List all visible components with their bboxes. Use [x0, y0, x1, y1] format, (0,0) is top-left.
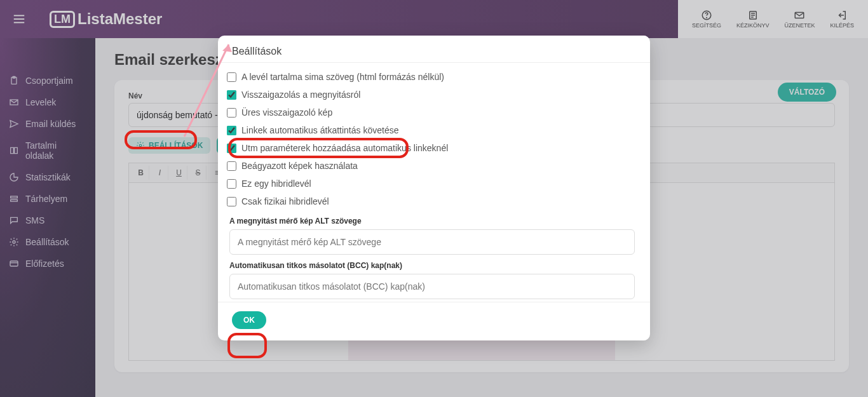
alt-text-input[interactable] — [229, 229, 635, 255]
modal-checkbox-row[interactable]: Ez egy hibridlevél — [224, 175, 639, 192]
checkbox[interactable] — [227, 179, 236, 189]
modal-checkbox-row[interactable]: Utm paraméterek hozzáadása automatikus l… — [224, 139, 639, 157]
checkbox[interactable] — [227, 126, 236, 135]
checkbox-label: Beágyazott képek használata — [241, 161, 358, 171]
checkbox[interactable] — [227, 90, 236, 100]
checkbox-label: A levél tartalma sima szöveg (html formá… — [241, 72, 444, 82]
modal-body: A levél tartalma sima szöveg (html formá… — [218, 63, 650, 302]
bcc-input[interactable] — [229, 274, 635, 299]
modal-title: Beállítások — [218, 36, 650, 63]
modal-checkbox-row[interactable]: Visszaigazolás a megnyitásról — [224, 86, 639, 104]
modal-checkbox-row[interactable]: Linkek automatikus átkattintás követése — [224, 121, 639, 139]
alt-text-label: A megnyitást mérő kép ALT szövege — [229, 217, 639, 225]
settings-modal: Beállítások A levél tartalma sima szöveg… — [218, 36, 650, 340]
checkbox-label: Csak fizikai hibridlevél — [241, 196, 329, 206]
bcc-label: Automatikusan titkos másolatot (BCC) kap… — [229, 261, 639, 270]
checkbox-label: Visszaigazolás a megnyitásról — [241, 90, 360, 100]
checkbox[interactable] — [227, 144, 236, 153]
modal-checkbox-row[interactable]: Beágyazott képek használata — [224, 157, 639, 175]
modal-footer: OK — [218, 302, 650, 340]
ok-button[interactable]: OK — [232, 311, 266, 329]
modal-checkbox-row[interactable]: A levél tartalma sima szöveg (html formá… — [224, 68, 639, 86]
checkbox[interactable] — [227, 197, 236, 206]
checkbox-label: Linkek automatikus átkattintás követése — [241, 125, 398, 135]
modal-checkbox-row[interactable]: Csak fizikai hibridlevél — [224, 192, 639, 210]
checkbox-label: Üres visszaigazoló kép — [241, 107, 332, 118]
checkbox[interactable] — [227, 72, 236, 82]
checkbox[interactable] — [227, 108, 236, 118]
modal-checkbox-row[interactable]: Üres visszaigazoló kép — [224, 104, 639, 121]
checkbox[interactable] — [227, 161, 236, 171]
checkbox-label: Utm paraméterek hozzáadása automatikus l… — [241, 143, 448, 153]
checkbox-label: Ez egy hibridlevél — [241, 178, 311, 189]
